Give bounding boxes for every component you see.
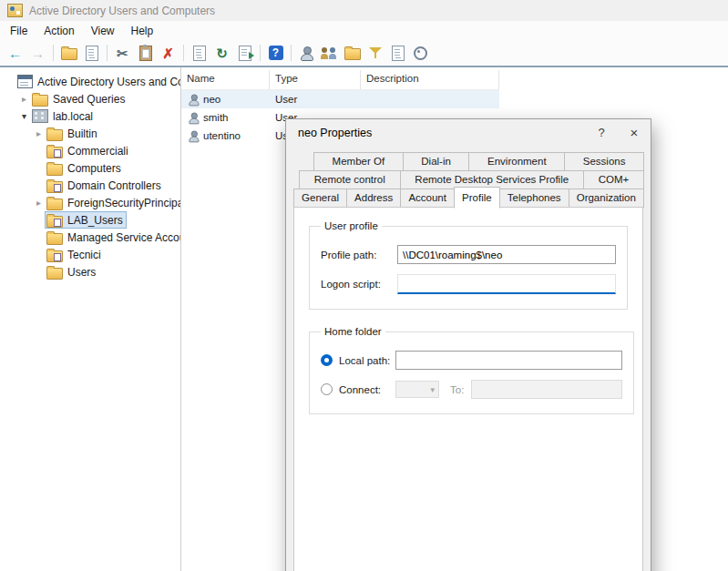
drive-letter-dropdown[interactable]: ▾ — [395, 381, 439, 398]
dialog-close-button[interactable]: × — [618, 119, 651, 147]
user-icon — [189, 130, 200, 141]
connect-path-input[interactable] — [471, 380, 622, 399]
profile-path-input[interactable] — [397, 245, 616, 264]
row-name: utentino — [203, 130, 241, 141]
chevron-collapsed-icon[interactable]: ▸ — [33, 198, 45, 208]
up-one-level-icon[interactable] — [81, 42, 102, 64]
tab-remote-control[interactable]: Remote control — [299, 170, 401, 189]
dialog-title-bar[interactable]: neo Properties ? × — [286, 119, 651, 147]
tree-item-label: Domain Controllers — [67, 179, 161, 192]
filter-icon[interactable] — [364, 42, 385, 64]
menu-item-action[interactable]: Action — [36, 23, 82, 39]
menu-item-file[interactable]: File — [2, 23, 36, 39]
neo-properties-dialog: neo Properties ? × Member OfDial-inEnvir… — [285, 118, 651, 571]
tree-item-lab-users[interactable]: LAB_Users — [0, 211, 180, 229]
local-path-input[interactable] — [395, 351, 622, 370]
chevron-expanded-icon[interactable]: ▾ — [18, 111, 30, 121]
column-header-description[interactable]: Description — [361, 70, 499, 89]
dialog-help-button[interactable]: ? — [585, 119, 618, 147]
tree-item-builtin[interactable]: ▸Builtin — [0, 125, 180, 142]
new-user-icon[interactable] — [296, 42, 317, 64]
column-header-name[interactable]: Name — [181, 70, 270, 89]
tab-sessions[interactable]: Sessions — [564, 152, 644, 171]
tree-item-label: Builtin — [67, 127, 97, 140]
forward-icon[interactable]: → — [27, 42, 48, 64]
new-group-icon[interactable] — [319, 42, 340, 64]
toolbar-separator — [53, 45, 54, 61]
column-header-type[interactable]: Type — [270, 70, 361, 89]
back-icon-glyph: ← — [8, 46, 22, 60]
tree-item-label: Computers — [67, 162, 121, 175]
menu-item-view[interactable]: View — [83, 23, 123, 39]
export-list-icon[interactable] — [234, 42, 255, 64]
list-row-neo[interactable]: neoUser — [181, 90, 499, 108]
tree-item-commerciali[interactable]: Commerciali — [0, 142, 180, 159]
name-cell: smith — [181, 111, 270, 125]
toolbar: ←→✂✗↻? — [0, 40, 728, 67]
show-console-tree-icon[interactable] — [58, 42, 79, 64]
tab-member-of[interactable]: Member Of — [313, 152, 404, 171]
tree-item-label: Saved Queries — [53, 93, 125, 106]
new-ou-icon[interactable] — [342, 42, 363, 64]
tab-general[interactable]: General — [293, 189, 347, 208]
tree-item-tecnici[interactable]: Tecnici — [0, 246, 180, 263]
local-path-radio[interactable] — [321, 354, 333, 366]
help-icon[interactable]: ? — [265, 42, 286, 64]
toolbar-separator — [291, 45, 292, 61]
tree-item-label: Users — [67, 266, 96, 279]
tab-account[interactable]: Account — [400, 189, 455, 208]
back-icon[interactable]: ← — [5, 42, 26, 64]
new-group-icon-glyph — [321, 46, 338, 60]
menu-bar: FileActionViewHelp — [0, 21, 728, 40]
find-icon-glyph — [392, 46, 405, 61]
menu-item-help[interactable]: Help — [123, 23, 162, 39]
chevron-collapsed-icon[interactable]: ▸ — [33, 128, 45, 138]
logon-script-input[interactable] — [397, 274, 616, 294]
chevron-collapsed-icon[interactable]: ▸ — [18, 94, 30, 104]
tree-item-label: lab.local — [53, 110, 93, 123]
tree-item-lab-local[interactable]: ▾lab.local — [0, 107, 180, 125]
cut-icon[interactable]: ✂ — [112, 42, 133, 64]
connect-radio[interactable] — [321, 383, 333, 395]
tab-organization[interactable]: Organization — [569, 189, 644, 208]
console-tree[interactable]: Active Directory Users and Com▸Saved Que… — [0, 67, 181, 571]
tree-item-label: Managed Service Accoun — [67, 231, 181, 244]
tab-address[interactable]: Address — [346, 189, 401, 208]
logon-script-label: Logon script: — [321, 279, 397, 290]
chevron-down-icon: ▾ — [430, 385, 435, 394]
row-name: smith — [203, 112, 228, 123]
tree-item-label: LAB_Users — [67, 214, 123, 227]
title-bar: Active Directory Users and Computers — [0, 0, 728, 21]
show-console-tree-icon-glyph — [61, 48, 77, 60]
tab-environment[interactable]: Environment — [468, 152, 565, 171]
ou-icon — [46, 147, 63, 158]
tree-item-saved-queries[interactable]: ▸Saved Queries — [0, 90, 180, 107]
type-cell: User — [270, 94, 361, 105]
properties-icon[interactable] — [189, 42, 210, 64]
delete-icon[interactable]: ✗ — [158, 42, 179, 64]
tree-item-domain-controllers[interactable]: Domain Controllers — [0, 177, 180, 194]
folder-icon — [46, 233, 63, 245]
tree-item-active-directory-users-and-com[interactable]: Active Directory Users and Com — [0, 73, 180, 90]
refresh-icon[interactable]: ↻ — [211, 42, 232, 64]
user-profile-group-label: User profile — [321, 220, 382, 231]
domain-icon — [32, 109, 48, 123]
tab-com[interactable]: COM+ — [583, 170, 644, 189]
folder-icon — [46, 199, 63, 210]
tab-dial-in[interactable]: Dial-in — [403, 152, 470, 171]
tab-profile[interactable]: Profile — [454, 187, 500, 209]
tree-item-users[interactable]: Users — [0, 263, 180, 280]
paste-icon[interactable] — [135, 42, 156, 64]
tree-item-managed-service-accoun[interactable]: Managed Service Accoun — [0, 229, 180, 246]
find-icon[interactable] — [387, 42, 408, 64]
tree-item-foreignsecurityprincipals[interactable]: ▸ForeignSecurityPrincipals — [0, 194, 180, 211]
row-name: neo — [203, 94, 220, 105]
to-label: To: — [450, 384, 464, 395]
tab-telephones[interactable]: Telephones — [499, 189, 569, 208]
toolbar-separator — [183, 45, 184, 61]
tree-item-computers[interactable]: Computers — [0, 159, 180, 177]
name-cell: utentino — [181, 129, 270, 143]
advanced-icon[interactable] — [410, 42, 431, 64]
user-profile-group: User profile Profile path: Logon script: — [309, 220, 628, 310]
folder-icon — [46, 129, 63, 141]
